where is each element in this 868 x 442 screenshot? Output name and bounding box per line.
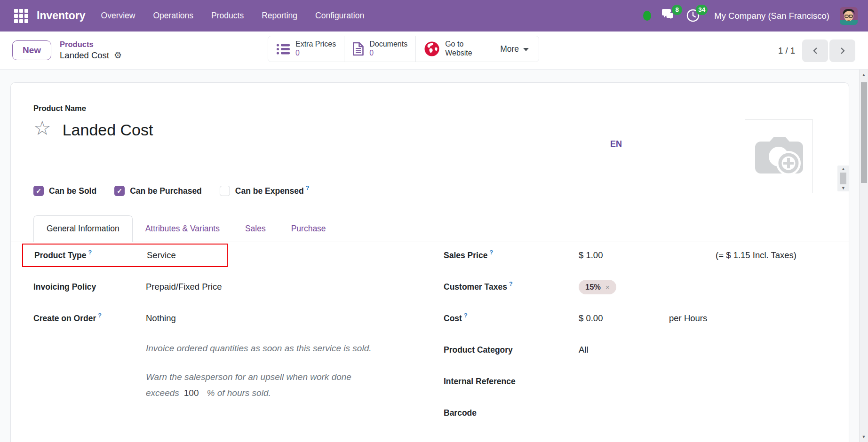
invoicing-policy-row: Invoicing Policy Prepaid/Fixed Price bbox=[33, 277, 444, 296]
invoicing-policy-label: Invoicing Policy bbox=[33, 282, 146, 292]
product-type-value[interactable]: Service bbox=[147, 250, 176, 260]
checkbox-can-be-purchased[interactable]: ✓ Can be Purchased bbox=[114, 186, 202, 196]
product-category-value[interactable]: All bbox=[579, 345, 589, 355]
pager-previous-button[interactable] bbox=[802, 39, 828, 62]
checkbox-can-be-expensed[interactable]: Can be Expensed? bbox=[220, 186, 310, 196]
product-type-row-highlighted: Product Type? Service bbox=[22, 244, 228, 267]
upsell-note: Warn the salesperson for an upsell when … bbox=[146, 369, 374, 402]
pager-next-button[interactable] bbox=[829, 39, 855, 62]
cost-uom: per Hours bbox=[669, 313, 707, 324]
notebook-scrollbar[interactable]: ▲ ▼ bbox=[837, 166, 849, 191]
scrollbar-thumb[interactable] bbox=[861, 82, 867, 183]
language-badge[interactable]: EN bbox=[610, 139, 622, 149]
more-dropdown-button[interactable]: More bbox=[490, 36, 539, 62]
messages-badge: 8 bbox=[672, 5, 682, 15]
tab-general-information[interactable]: General Information bbox=[33, 215, 133, 242]
sales-price-row: Sales Price? $ 1.00 (= $ 1.15 Incl. Taxe… bbox=[444, 246, 814, 265]
checkbox-checked-icon[interactable]: ✓ bbox=[114, 186, 125, 196]
extra-prices-button[interactable]: Extra Prices 0 bbox=[268, 36, 344, 62]
stat-button-box: Extra Prices 0 Documents 0 Go bbox=[268, 36, 539, 62]
upsell-percentage-input[interactable]: 100 bbox=[184, 388, 199, 398]
checkbox-can-be-sold[interactable]: ✓ Can be Sold bbox=[33, 186, 96, 196]
checkbox-checked-icon[interactable]: ✓ bbox=[33, 186, 44, 196]
create-on-order-row: Create on Order? Nothing bbox=[33, 309, 444, 328]
can-be-purchased-label: Can be Purchased bbox=[130, 186, 202, 196]
invoicing-policy-note: Invoice ordered quantities as soon as th… bbox=[146, 340, 374, 357]
help-icon: ? bbox=[98, 312, 102, 319]
messages-button[interactable]: 8 bbox=[661, 8, 677, 24]
tax-tag[interactable]: 15% × bbox=[579, 280, 616, 294]
help-icon: ? bbox=[464, 312, 468, 319]
page-scrollbar[interactable]: ▲ ▼ bbox=[859, 70, 868, 442]
product-image-placeholder[interactable] bbox=[745, 119, 813, 193]
internal-reference-row: Internal Reference bbox=[444, 372, 814, 391]
tab-purchase[interactable]: Purchase bbox=[279, 216, 339, 242]
documents-button[interactable]: Documents 0 bbox=[344, 36, 416, 62]
create-on-order-value[interactable]: Nothing bbox=[146, 313, 176, 324]
sales-price-label: Sales Price? bbox=[444, 251, 579, 260]
cost-row: Cost? $ 0.00 per Hours bbox=[444, 309, 814, 328]
chevron-right-icon bbox=[839, 47, 846, 55]
can-be-sold-label: Can be Sold bbox=[49, 186, 96, 196]
product-name-input[interactable]: Landed Cost bbox=[63, 121, 153, 139]
create-on-order-label: Create on Order? bbox=[33, 314, 146, 324]
caret-down-icon bbox=[523, 48, 529, 51]
app-name[interactable]: Inventory bbox=[37, 9, 86, 22]
scrollbar-thumb[interactable] bbox=[840, 173, 846, 184]
product-category-label: Product Category bbox=[444, 345, 579, 355]
activities-badge: 34 bbox=[696, 5, 708, 15]
go-to-website-button[interactable]: Go to Website bbox=[416, 36, 490, 62]
activities-button[interactable]: 34 bbox=[686, 8, 702, 24]
tax-tag-remove-icon[interactable]: × bbox=[605, 283, 610, 291]
control-panel: New Products Landed Cost ⚙ Extra Prices … bbox=[0, 32, 868, 70]
favorite-star-icon[interactable]: ☆ bbox=[33, 118, 51, 138]
scroll-up-icon[interactable]: ▲ bbox=[860, 72, 868, 77]
gear-icon[interactable]: ⚙ bbox=[114, 51, 122, 60]
product-form-sheet: Product Name ☆ Landed Cost ✓ Can be Sold… bbox=[10, 82, 849, 442]
customer-taxes-label: Customer Taxes? bbox=[444, 282, 579, 292]
breadcrumb: Products Landed Cost ⚙ bbox=[60, 39, 122, 61]
product-name-label: Product Name bbox=[33, 104, 849, 113]
scroll-up-icon[interactable]: ▲ bbox=[837, 166, 849, 171]
scroll-down-icon[interactable]: ▼ bbox=[837, 186, 849, 190]
product-type-label: Product Type? bbox=[34, 251, 147, 260]
checkbox-unchecked-icon[interactable] bbox=[220, 186, 230, 196]
camera-plus-icon bbox=[754, 135, 804, 178]
apps-grid-icon[interactable] bbox=[13, 8, 29, 24]
invoicing-policy-value[interactable]: Prepaid/Fixed Price bbox=[146, 282, 222, 292]
breadcrumb-products[interactable]: Products bbox=[60, 39, 122, 49]
tab-sales[interactable]: Sales bbox=[232, 216, 279, 242]
scroll-down-icon[interactable]: ▼ bbox=[860, 434, 868, 439]
user-avatar[interactable] bbox=[840, 7, 858, 25]
form-right-column: Sales Price? $ 1.00 (= $ 1.15 Incl. Taxe… bbox=[444, 246, 832, 435]
menu-products[interactable]: Products bbox=[202, 11, 253, 21]
extra-prices-count: 0 bbox=[295, 49, 336, 58]
chevron-left-icon bbox=[812, 47, 819, 55]
barcode-row: Barcode bbox=[444, 403, 814, 422]
menu-configuration[interactable]: Configuration bbox=[306, 11, 373, 21]
list-icon bbox=[276, 43, 290, 55]
company-switcher[interactable]: My Company (San Francisco) bbox=[714, 11, 829, 21]
customer-taxes-row: Customer Taxes? 15% × bbox=[444, 277, 814, 296]
breadcrumb-current: Landed Cost ⚙ bbox=[60, 50, 122, 61]
extra-prices-label: Extra Prices bbox=[295, 40, 336, 49]
pager-counter: 1 / 1 bbox=[778, 46, 795, 56]
documents-label: Documents bbox=[369, 40, 407, 49]
tab-attributes-variants[interactable]: Attributes & Variants bbox=[133, 216, 232, 242]
upsell-suffix: % of hours sold. bbox=[207, 388, 271, 398]
barcode-label: Barcode bbox=[444, 408, 579, 418]
cost-value[interactable]: $ 0.00 bbox=[579, 313, 669, 324]
menu-overview[interactable]: Overview bbox=[92, 11, 144, 21]
go-to-website-label: Go to Website bbox=[445, 40, 482, 58]
new-button[interactable]: New bbox=[12, 40, 51, 60]
menu-reporting[interactable]: Reporting bbox=[253, 11, 306, 21]
navbar: Inventory Overview Operations Products R… bbox=[0, 0, 868, 32]
documents-count: 0 bbox=[369, 49, 407, 58]
menu-operations[interactable]: Operations bbox=[144, 11, 202, 21]
more-label: More bbox=[500, 44, 519, 54]
sales-price-value[interactable]: $ 1.00 bbox=[579, 250, 669, 260]
product-category-row: Product Category All bbox=[444, 340, 814, 359]
can-be-expensed-label: Can be Expensed? bbox=[235, 186, 310, 196]
help-icon: ? bbox=[509, 281, 513, 287]
presence-status-icon bbox=[643, 11, 651, 21]
